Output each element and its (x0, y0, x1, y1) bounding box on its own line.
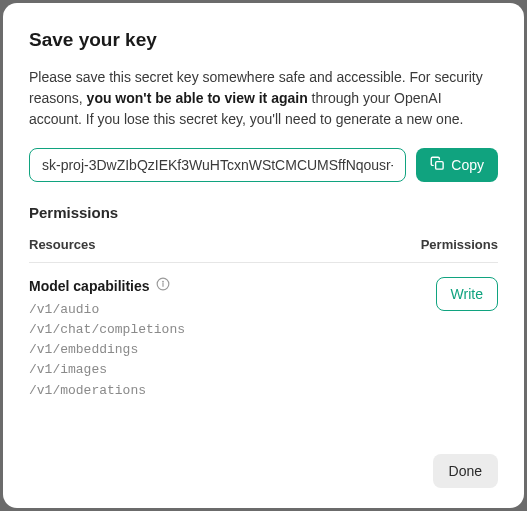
capability-title: Model capabilities (29, 278, 150, 294)
key-row: Copy (29, 148, 498, 182)
svg-rect-0 (436, 162, 444, 170)
capability-title-row: Model capabilities (29, 277, 436, 294)
secret-key-input[interactable] (29, 148, 406, 182)
info-icon[interactable] (156, 277, 170, 294)
permissions-table-header: Resources Permissions (29, 237, 498, 263)
endpoint-item: /v1/embeddings (29, 340, 436, 360)
copy-button[interactable]: Copy (416, 148, 498, 182)
svg-point-3 (162, 281, 163, 282)
copy-button-label: Copy (451, 157, 484, 173)
col-permissions: Permissions (421, 237, 498, 252)
endpoint-item: /v1/chat/completions (29, 320, 436, 340)
modal-title: Save your key (29, 29, 498, 51)
modal-footer: Done (29, 454, 498, 488)
modal-description: Please save this secret key somewhere sa… (29, 67, 498, 130)
endpoint-item: /v1/images (29, 360, 436, 380)
description-bold: you won't be able to view it again (87, 90, 308, 106)
done-button[interactable]: Done (433, 454, 498, 488)
capability-row: Model capabilities /v1/audio /v1/chat/co… (29, 277, 498, 401)
save-key-modal: Save your key Please save this secret ke… (3, 3, 524, 508)
capability-left: Model capabilities /v1/audio /v1/chat/co… (29, 277, 436, 401)
copy-icon (430, 156, 445, 174)
permission-badge: Write (436, 277, 498, 311)
endpoints-list: /v1/audio /v1/chat/completions /v1/embed… (29, 300, 436, 401)
done-button-label: Done (449, 463, 482, 479)
col-resources: Resources (29, 237, 95, 252)
permissions-heading: Permissions (29, 204, 498, 221)
endpoint-item: /v1/audio (29, 300, 436, 320)
permission-badge-label: Write (451, 286, 483, 302)
endpoint-item: /v1/moderations (29, 381, 436, 401)
